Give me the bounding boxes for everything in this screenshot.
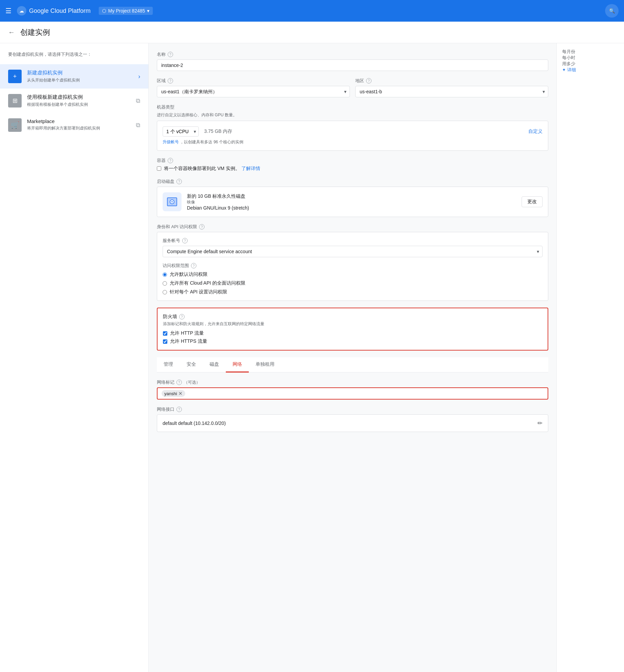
network-tag-help-icon[interactable]: ? <box>176 380 182 385</box>
network-tag-chip-yanshi: yanshi ✕ <box>162 390 185 397</box>
tab-sole-tenancy[interactable]: 单独租用 <box>249 357 281 373</box>
container-help-icon[interactable]: ? <box>168 158 173 163</box>
cost-panel: 每月份 每小时 用多少 ✦ 详细 <box>556 43 624 672</box>
network-interface-edit-icon[interactable]: ✏ <box>537 419 543 427</box>
memory-text: 3.75 GB 内存 <box>204 128 232 135</box>
region-label: 区域 ? <box>157 78 350 84</box>
cost-per-hour: 每小时 <box>562 55 619 61</box>
service-account-select[interactable]: Compute Engine default service account <box>163 246 543 257</box>
api-access-label: 身份和 API 访问权限 ? <box>157 224 548 230</box>
tab-network[interactable]: 网络 <box>226 357 249 373</box>
zone-select[interactable]: us-east1-b <box>355 86 548 97</box>
svg-text:☁: ☁ <box>19 8 24 14</box>
sidebar-item-template-desc: 根据现有模板创建单个虚拟机实例 <box>27 102 140 107</box>
page-title: 创建实例 <box>20 27 50 38</box>
page-title-bar: ← 创建实例 <box>0 22 624 43</box>
header: ☰ ☁ Google Cloud Platform ⬡ My Project 8… <box>0 0 624 22</box>
disk-image-label: 映像 <box>187 199 516 205</box>
radio-full-access-label: 允许所有 Cloud API 的全面访问权限 <box>170 280 245 286</box>
radio-default-access-label: 允许默认访问权限 <box>170 271 208 278</box>
app-title: Google Cloud Platform <box>29 7 91 15</box>
sidebar-item-marketplace[interactable]: 🛒 Marketplace 将开箱即用的解决方案部署到虚拟机实例 ⧉ <box>0 113 148 137</box>
zone-help-icon[interactable]: ? <box>366 78 371 83</box>
access-scope-radio-group: 允许默认访问权限 允许所有 Cloud API 的全面访问权限 针对每个 API… <box>163 271 543 295</box>
project-icon: ⬡ <box>102 8 106 14</box>
network-interface-text: default default (10.142.0.0/20) <box>163 421 226 426</box>
sidebar-item-marketplace-desc: 将开箱即用的解决方案部署到虚拟机实例 <box>27 125 140 131</box>
access-scope-help-icon[interactable]: ? <box>191 263 196 268</box>
sidebar-item-new-vm-title: 新建虚拟机实例 <box>27 70 140 76</box>
project-selector[interactable]: ⬡ My Project 82485 ▾ <box>99 7 153 15</box>
radio-default-access[interactable]: 允许默认访问权限 <box>163 271 543 278</box>
network-tag-input-box[interactable]: yanshi ✕ <box>157 387 548 400</box>
container-checkbox-label: 将一个容器映像部署到此 VM 实例。 了解详情 <box>164 166 260 172</box>
sidebar-item-new-vm[interactable]: + 新建虚拟机实例 从头开始创建单个虚拟机实例 › <box>0 64 148 89</box>
zone-section: 地区 ? us-east1-b ▾ <box>355 78 548 97</box>
firewall-help-icon[interactable]: ? <box>179 314 185 319</box>
network-interface-help-icon[interactable]: ? <box>176 407 182 412</box>
zone-select-wrap: us-east1-b ▾ <box>355 86 548 97</box>
disk-image-name: Debian GNU/Linux 9 (stretch) <box>187 205 516 211</box>
network-interface-box: default default (10.142.0.0/20) ✏ <box>157 414 548 432</box>
disk-title: 新的 10 GB 标准永久性磁盘 <box>187 193 516 199</box>
app-logo: ☁ Google Cloud Platform <box>17 6 91 16</box>
firewall-https-checkbox[interactable] <box>163 339 167 344</box>
search-button[interactable]: 🔍 <box>605 4 619 18</box>
template-vm-icon: ⊞ <box>8 94 22 107</box>
region-help-icon[interactable]: ? <box>168 78 173 83</box>
network-tag-text-input[interactable] <box>188 391 544 396</box>
firewall-https-check[interactable]: 允许 HTTPS 流量 <box>163 338 542 344</box>
sidebar-item-template-vm[interactable]: ⊞ 使用模板新建虚拟机实例 根据现有模板创建单个虚拟机实例 ⧉ <box>0 89 148 113</box>
sidebar-item-new-vm-content: 新建虚拟机实例 从头开始创建单个虚拟机实例 <box>27 70 140 83</box>
network-interface-name: default <box>163 421 177 426</box>
customize-link[interactable]: 自定义 <box>528 128 543 135</box>
sidebar: 要创建虚拟机实例，请选择下列选项之一： + 新建虚拟机实例 从头开始创建单个虚拟… <box>0 43 149 672</box>
firewall-desc: 添加标记和防火墙规则，允许来自互联网的特定网络流量 <box>163 321 542 327</box>
service-account-select-wrap: Compute Engine default service account ▾ <box>163 246 543 257</box>
sidebar-item-template-ext: ⧉ <box>136 97 140 104</box>
api-help-icon[interactable]: ? <box>199 224 205 230</box>
boot-disk-help-icon[interactable]: ? <box>176 179 182 184</box>
network-interface-value: default (10.142.0.0/20) <box>178 421 226 426</box>
name-label: 名称 ? <box>157 51 548 57</box>
svg-point-5 <box>171 201 173 202</box>
tag-chip-label: yanshi <box>164 391 177 396</box>
firewall-http-label: 允许 HTTP 流量 <box>170 330 204 336</box>
project-name: My Project 82485 <box>108 8 145 14</box>
container-checkbox[interactable] <box>157 166 161 171</box>
radio-per-api-access-label: 针对每个 API 设置访问权限 <box>170 289 227 295</box>
name-input[interactable] <box>157 59 548 71</box>
upgrade-text: 升级帐号 ，以创建具有多达 96 个核心的实例 <box>163 139 543 145</box>
cost-details-link[interactable]: ✦ 详细 <box>562 67 619 73</box>
disk-info: 新的 10 GB 标准永久性磁盘 映像 Debian GNU/Linux 9 (… <box>187 193 516 211</box>
machine-type-label: 机器类型 <box>157 104 548 110</box>
service-account-help-icon[interactable]: ? <box>182 238 188 243</box>
radio-full-access[interactable]: 允许所有 Cloud API 的全面访问权限 <box>163 280 543 286</box>
region-zone-row: 区域 ? us-east1（南卡罗来纳州） ▾ 地区 ? us-eas <box>157 78 548 104</box>
name-section: 名称 ? <box>157 51 548 71</box>
network-interface-section: 网络接口 ? default default (10.142.0.0/20) ✏ <box>157 406 548 432</box>
menu-icon[interactable]: ☰ <box>5 7 11 15</box>
boot-disk-label: 启动磁盘 ? <box>157 178 548 185</box>
region-select[interactable]: us-east1（南卡罗来纳州） <box>157 86 350 97</box>
sidebar-item-marketplace-content: Marketplace 将开箱即用的解决方案部署到虚拟机实例 <box>27 118 140 131</box>
upgrade-link[interactable]: 升级帐号 <box>163 140 179 144</box>
back-button[interactable]: ← <box>8 28 15 36</box>
content-area: 名称 ? 区域 ? us-east1（南卡罗来纳州） ▾ <box>149 43 556 672</box>
main-layout: 要创建虚拟机实例，请选择下列选项之一： + 新建虚拟机实例 从头开始创建单个虚拟… <box>0 43 624 672</box>
container-label: 容器 ? <box>157 158 548 164</box>
vcpu-select[interactable]: 1 个 vCPU <box>163 126 199 137</box>
tab-management[interactable]: 管理 <box>157 357 180 373</box>
tag-chip-remove-icon[interactable]: ✕ <box>178 391 183 396</box>
name-help-icon[interactable]: ? <box>168 52 173 57</box>
firewall-http-checkbox[interactable] <box>163 331 167 336</box>
firewall-http-check[interactable]: 允许 HTTP 流量 <box>163 330 542 336</box>
change-disk-button[interactable]: 更改 <box>522 196 543 207</box>
sidebar-item-marketplace-ext: ⧉ <box>136 122 140 129</box>
tab-disk[interactable]: 磁盘 <box>203 357 226 373</box>
access-scope-label: 访问权限范围 ? <box>163 263 543 269</box>
container-learn-link[interactable]: 了解详情 <box>241 166 260 171</box>
radio-per-api-access[interactable]: 针对每个 API 设置访问权限 <box>163 289 543 295</box>
container-checkbox-row: 将一个容器映像部署到此 VM 实例。 了解详情 <box>157 166 548 172</box>
tab-security[interactable]: 安全 <box>180 357 203 373</box>
